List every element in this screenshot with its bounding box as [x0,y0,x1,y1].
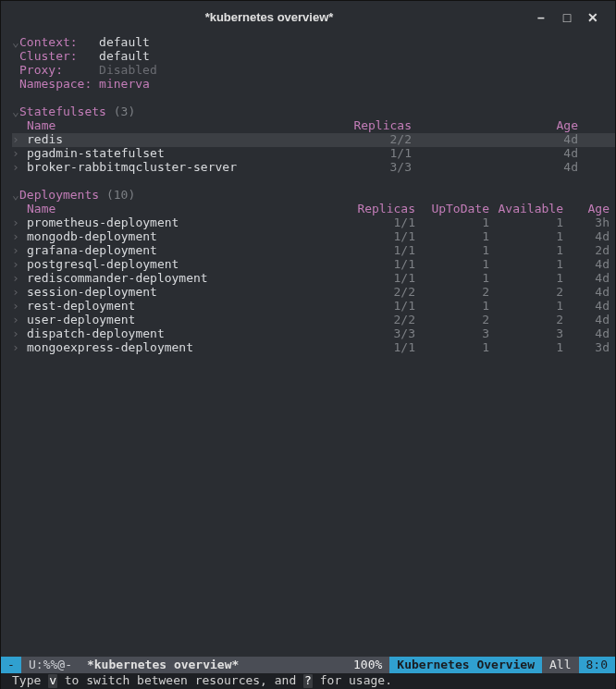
row-replicas: 3/3 [341,327,415,341]
row-replicas: 2/2 [341,314,415,327]
key-hint: ? [303,674,313,688]
row-name: broker-rabbitmqcluster-server [27,161,341,175]
expand-icon[interactable]: › [12,216,19,230]
expand-icon[interactable]: › [12,314,19,327]
expand-icon[interactable]: › [12,147,19,161]
row-replicas: 1/1 [341,230,415,244]
modeline-indicator: - [1,657,21,673]
deployment-row[interactable]: ›session-deployment2/2224d [12,286,615,300]
row-name: session-deployment [27,286,341,300]
deployment-row[interactable]: ›rediscommander-deployment1/1114d [12,272,615,286]
row-age: 4d [563,258,610,272]
expand-icon[interactable]: › [12,258,19,272]
row-name: mongoexpress-deployment [27,341,341,355]
row-age: 4d [563,272,610,286]
row-replicas: 1/1 [341,258,415,272]
maximize-icon[interactable]: □ [554,10,580,25]
row-age: 4d [563,300,610,314]
modeline-major-mode: Kubernetes Overview [389,657,542,673]
expand-icon[interactable]: › [12,244,19,258]
expand-icon[interactable]: › [12,300,19,314]
row-name: grafana-deployment [27,244,341,258]
row-age: 4d [563,314,610,327]
row-uptodate: 2 [415,286,489,300]
fold-open-icon: ⌄ [12,105,19,119]
row-name: rest-deployment [27,300,341,314]
row-uptodate: 1 [415,300,489,314]
minibuffer: Type v to switch between resources, and … [1,673,615,689]
row-name: postgresql-deployment [27,258,341,272]
statefulset-row[interactable]: ›redis2/24d [12,133,615,147]
row-uptodate: 2 [415,314,489,327]
deployments-header: NameReplicasUpToDateAvailableAge [12,203,615,216]
row-replicas: 1/1 [341,216,415,230]
row-age: 4d [412,133,593,147]
row-available: 1 [489,300,563,314]
row-name: mongodb-deployment [27,230,341,244]
expand-icon[interactable]: › [12,341,19,355]
window-title: *kubernetes overview* [10,11,528,25]
row-age: 4d [412,147,593,161]
row-uptodate: 1 [415,244,489,258]
row-uptodate: 1 [415,230,489,244]
row-name: user-deployment [27,314,341,327]
header-context: ⌄Context: default [12,36,615,50]
header-cluster: Cluster: default [12,50,615,64]
expand-icon[interactable]: › [12,286,19,300]
key-hint: v [48,674,57,688]
deployment-row[interactable]: ›dispatch-deployment3/3334d [12,327,615,341]
deployment-row[interactable]: ›rest-deployment1/1114d [12,300,615,314]
modeline-position: 8: 0 [579,657,615,673]
expand-icon[interactable]: › [12,133,19,147]
statefulset-row[interactable]: ›broker-rabbitmqcluster-server3/34d [12,161,615,175]
row-replicas: 1/1 [341,244,415,258]
modeline-fill: 100% [246,657,389,673]
modeline-buffer-name: *kubernetes overview* [80,657,246,673]
expand-icon[interactable]: › [12,272,19,286]
row-name: rediscommander-deployment [27,272,341,286]
row-replicas: 3/3 [341,161,412,175]
row-uptodate: 1 [415,341,489,355]
row-available: 1 [489,216,563,230]
row-age: 4d [412,161,593,175]
header-proxy: Proxy: Disabled [12,64,615,78]
buffer-content[interactable]: ⌄Context: default Cluster: default Proxy… [1,34,615,656]
row-replicas: 1/1 [341,147,412,161]
row-available: 1 [489,230,563,244]
fold-open-icon: ⌄ [12,36,19,50]
modeline: - U:%%@- *kubernetes overview* 100% Kube… [1,657,615,673]
row-age: 2d [563,244,610,258]
row-available: 1 [489,244,563,258]
deployment-row[interactable]: ›prometheus-deployment1/1113h [12,216,615,230]
row-available: 3 [489,327,563,341]
deployment-row[interactable]: ›mongodb-deployment1/1114d [12,230,615,244]
row-age: 4d [563,327,610,341]
header-namespace: Namespace: minerva [12,78,615,92]
section-deployments-title[interactable]: ⌄Deployments (10) [12,189,615,203]
close-icon[interactable]: ✕ [580,10,606,25]
row-age: 3h [563,216,610,230]
section-statefulsets-title[interactable]: ⌄Statefulsets (3) [12,105,615,119]
row-uptodate: 1 [415,216,489,230]
window-titlebar: *kubernetes overview* – □ ✕ [1,1,615,34]
expand-icon[interactable]: › [12,230,19,244]
row-replicas: 1/1 [341,272,415,286]
row-replicas: 1/1 [341,300,415,314]
expand-icon[interactable]: › [12,327,19,341]
row-age: 3d [563,341,610,355]
expand-icon[interactable]: › [12,161,19,175]
deployment-row[interactable]: ›user-deployment2/2224d [12,314,615,327]
deployment-row[interactable]: ›postgresql-deployment1/1114d [12,258,615,272]
row-uptodate: 1 [415,258,489,272]
row-replicas: 2/2 [341,286,415,300]
statefulsets-header: NameReplicasAge [12,119,615,133]
minimize-icon[interactable]: – [528,10,554,25]
row-name: prometheus-deployment [27,216,341,230]
row-name: redis [27,133,341,147]
statefulset-row[interactable]: ›pgadmin-statefulset1/14d [12,147,615,161]
row-uptodate: 3 [415,327,489,341]
deployment-row[interactable]: ›grafana-deployment1/1112d [12,244,615,258]
modeline-flags: U:%%@- [21,657,80,673]
row-available: 1 [489,272,563,286]
deployment-row[interactable]: ›mongoexpress-deployment1/1113d [12,341,615,355]
